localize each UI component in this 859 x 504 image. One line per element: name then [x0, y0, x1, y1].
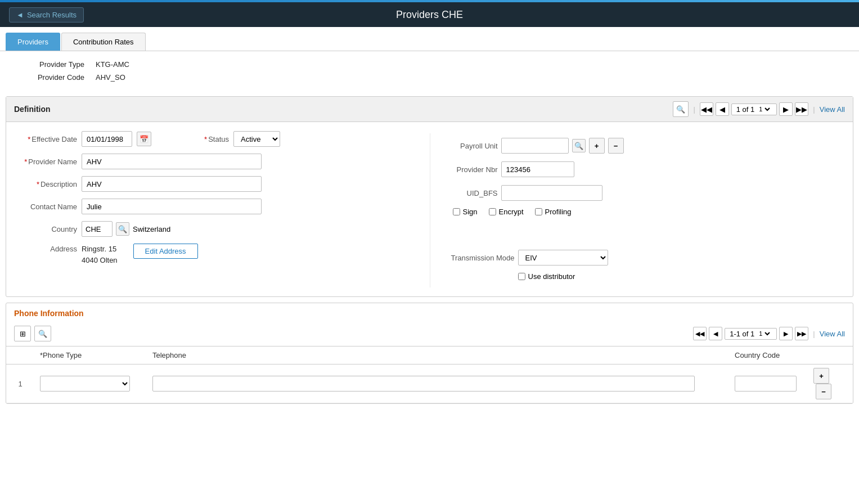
first-page-icon: ◀◀: [701, 105, 712, 114]
phone-last-page-button[interactable]: ▶▶: [795, 327, 808, 340]
definition-search-button[interactable]: 🔍: [673, 101, 689, 117]
provider-type-label: Provider Type: [23, 60, 84, 69]
col-header-phone-type: *Phone Type: [34, 346, 147, 364]
phone-toolbar: ⊞ 🔍 ◀◀ ◀ 1-1 of 1 1 ▶ ▶▶ | View All: [6, 323, 853, 346]
col-header-country-code: Country Code: [729, 346, 808, 364]
calendar-button[interactable]: 📅: [137, 132, 151, 146]
phone-toolbar-right: ◀◀ ◀ 1-1 of 1 1 ▶ ▶▶ | View All: [693, 327, 845, 340]
country-name: Switzerland: [133, 225, 170, 233]
payroll-remove-button[interactable]: −: [608, 138, 624, 154]
use-distributor-row: Use distributor: [442, 272, 844, 281]
phone-next-page-button[interactable]: ▶: [779, 327, 793, 340]
payroll-add-button[interactable]: +: [589, 138, 605, 154]
plus-icon: +: [595, 142, 599, 150]
phone-add-button[interactable]: +: [813, 368, 829, 384]
phone-nav-separator: |: [813, 330, 815, 338]
provider-code-label: Provider Code: [23, 73, 84, 82]
phone-prev-page-button[interactable]: ◀: [709, 327, 722, 340]
contact-name-input[interactable]: [82, 199, 262, 214]
address-row: Address Ringstr. 15 4040 Olten Edit Addr…: [15, 244, 407, 266]
phone-type-select[interactable]: [40, 376, 130, 392]
definition-form: Effective Date 📅 Status Active Inactive: [15, 131, 844, 287]
address-line1: Ringstr. 15: [82, 244, 118, 255]
page-title: Providers CHE: [396, 9, 463, 21]
phone-grid-button[interactable]: ⊞: [14, 326, 31, 341]
payroll-unit-input[interactable]: [501, 138, 569, 154]
edit-address-button[interactable]: Edit Address: [133, 244, 198, 259]
description-input[interactable]: [82, 176, 262, 192]
country-code-input[interactable]: [82, 221, 113, 237]
use-distributor-label: Use distributor: [528, 272, 575, 281]
form-right: Payroll Unit 🔍 + − P: [430, 133, 844, 287]
calendar-icon: 📅: [140, 135, 149, 143]
encrypt-option: Encrypt: [489, 208, 524, 216]
phone-minus-icon: −: [821, 388, 826, 396]
phone-first-page-button[interactable]: ◀◀: [693, 327, 707, 340]
provider-name-label: Provider Name: [15, 158, 77, 166]
phone-remove-button[interactable]: −: [816, 384, 831, 399]
payroll-unit-row: Payroll Unit 🔍 + −: [442, 138, 844, 154]
provider-name-row: Provider Name: [15, 154, 407, 169]
table-row: 1 +: [6, 364, 853, 403]
phone-page-indicator: 1-1 of 1 1: [725, 328, 777, 340]
phone-section-title: Phone Information: [6, 303, 853, 323]
back-button[interactable]: ◄ Search Results: [9, 7, 84, 22]
grid-icon: ⊞: [20, 330, 26, 338]
minus-icon: −: [614, 142, 618, 150]
phone-view-all-link[interactable]: View All: [820, 330, 845, 338]
sign-checkbox[interactable]: [453, 208, 460, 215]
tab-contribution-rates[interactable]: Contribution Rates: [61, 33, 146, 51]
definition-nav: 🔍 | ◀◀ ◀ 1 of 1 1 ▶: [673, 101, 845, 117]
phone-type-cell: [34, 364, 147, 403]
back-arrow-icon: ◄: [16, 11, 24, 19]
definition-section: Definition 🔍 | ◀◀ ◀ 1 of 1 1: [6, 96, 853, 297]
uid-bfs-row: UID_BFS: [442, 185, 844, 201]
next-page-button[interactable]: ▶: [779, 102, 793, 116]
telephone-input[interactable]: [152, 376, 695, 392]
country-input-group: 🔍 Switzerland: [82, 221, 170, 237]
transmission-mode-select[interactable]: EIV Other: [518, 250, 608, 266]
uid-bfs-label: UID_BFS: [442, 189, 498, 197]
description-label: Description: [15, 180, 77, 188]
use-distributor-checkbox[interactable]: [518, 273, 525, 280]
provider-info: Provider Type KTG-AMC Provider Code AHV_…: [0, 51, 152, 91]
phone-page-dropdown[interactable]: 1: [757, 330, 772, 338]
profiling-label: Profiling: [545, 208, 572, 216]
phone-table-header: *Phone Type Telephone Country Code: [6, 346, 853, 364]
row-actions-cell: + −: [808, 364, 853, 403]
transmission-mode-label: Transmission Mode: [442, 254, 515, 262]
back-label: Search Results: [27, 11, 77, 19]
prev-page-button[interactable]: ◀: [716, 102, 729, 116]
address-text: Ringstr. 15 4040 Olten: [82, 244, 118, 266]
use-distributor-option: Use distributor: [518, 272, 575, 281]
last-page-button[interactable]: ▶▶: [795, 102, 808, 116]
effective-date-input[interactable]: [82, 131, 132, 147]
provider-nbr-input[interactable]: [501, 161, 574, 177]
phone-table: *Phone Type Telephone Country Code 1: [6, 346, 853, 403]
first-page-button[interactable]: ◀◀: [700, 102, 713, 116]
payroll-lookup-button[interactable]: 🔍: [572, 139, 586, 152]
encrypt-label: Encrypt: [499, 208, 524, 216]
view-all-link[interactable]: View All: [820, 105, 845, 114]
profiling-checkbox[interactable]: [535, 208, 542, 215]
status-select[interactable]: Active Inactive: [233, 131, 280, 147]
contact-name-row: Contact Name: [15, 199, 407, 214]
prev-page-icon: ◀: [719, 105, 725, 114]
phone-plus-icon: +: [819, 372, 824, 380]
address-line2: 4040 Olten: [82, 255, 118, 266]
page-dropdown[interactable]: 1: [757, 105, 772, 113]
definition-body: Effective Date 📅 Status Active Inactive: [6, 122, 853, 296]
tab-providers[interactable]: Providers: [6, 33, 60, 51]
country-lookup-button[interactable]: 🔍: [116, 222, 129, 236]
main-content: Providers Contribution Rates Provider Ty…: [0, 27, 859, 504]
address-label: Address: [15, 244, 77, 253]
encrypt-checkbox[interactable]: [489, 208, 496, 215]
app-header: ◄ Search Results Providers CHE: [0, 2, 859, 27]
provider-name-input[interactable]: [82, 154, 262, 169]
uid-bfs-input[interactable]: [501, 185, 602, 201]
provider-type-value: KTG-AMC: [96, 60, 129, 69]
country-code-field[interactable]: [735, 376, 797, 392]
phone-search-button[interactable]: 🔍: [34, 326, 51, 341]
description-row: Description: [15, 176, 407, 192]
last-page-icon: ▶▶: [796, 105, 807, 114]
